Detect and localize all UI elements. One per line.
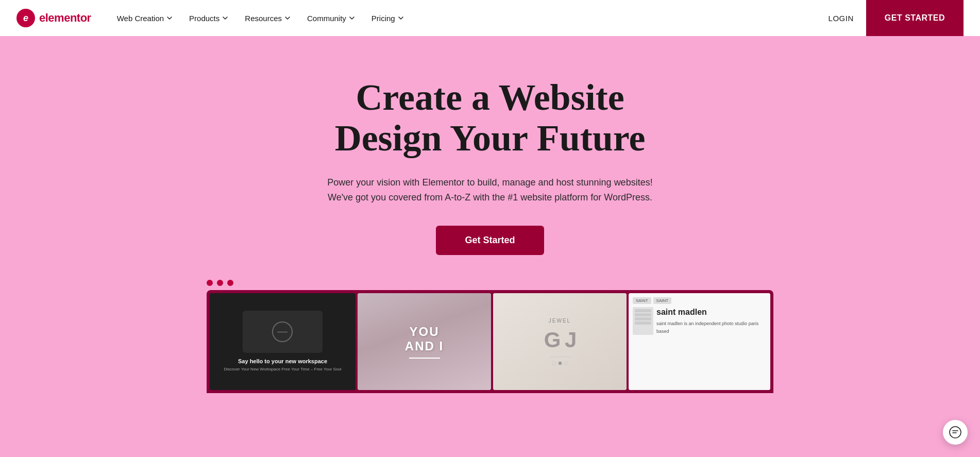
chevron-down-icon <box>349 15 355 21</box>
dot-1 <box>207 280 213 286</box>
card-fashion-text1: YOU <box>405 325 444 339</box>
chat-icon <box>949 426 961 438</box>
logo-icon: e <box>16 9 35 27</box>
card-fashion-text2: AND I <box>405 339 444 353</box>
chevron-down-icon <box>284 15 291 21</box>
chat-bubble-button[interactable] <box>943 420 968 445</box>
svg-point-0 <box>950 427 961 438</box>
nav-items: Web Creation Products Resources Communit… <box>110 10 816 27</box>
get-started-nav-button[interactable]: GET STARTED <box>866 0 964 36</box>
dot-3 <box>227 280 233 286</box>
navbar: e elementor Web Creation Products Resour… <box>0 0 980 36</box>
logo-text: elementor <box>39 11 91 25</box>
hero-cta-button[interactable]: Get Started <box>436 226 544 255</box>
nav-item-pricing[interactable]: Pricing <box>364 10 411 27</box>
browser-dots <box>207 280 773 290</box>
template-card-jewelry: JEWEL G J <box>493 293 627 390</box>
nav-item-community[interactable]: Community <box>300 10 362 27</box>
login-button[interactable]: LOGIN <box>816 9 866 28</box>
hero-section: Create a Website Design Your Future Powe… <box>0 36 980 457</box>
nav-item-resources[interactable]: Resources <box>238 10 298 27</box>
chevron-down-icon <box>222 15 228 21</box>
browser-frame: Say hello to your new workspace Discover… <box>207 290 773 393</box>
browser-mockup: Say hello to your new workspace Discover… <box>207 280 773 393</box>
card-workspace-title: Say hello to your new workspace <box>238 358 327 364</box>
logo-link[interactable]: e elementor <box>16 9 91 27</box>
card-jewelry-letters: G J <box>544 328 576 352</box>
card-workspace-sub: Discover Your New Workspace Free Your Ti… <box>224 366 342 372</box>
hero-title: Create a Website Design Your Future <box>335 77 646 159</box>
hero-subtitle: Power your vision with Elementor to buil… <box>327 175 652 205</box>
chevron-down-icon <box>398 15 404 21</box>
card-editor-brand: SAINT <box>653 297 672 304</box>
nav-item-web-creation[interactable]: Web Creation <box>110 10 180 27</box>
card-editor-content: saint madlen is an independent photo stu… <box>656 320 766 335</box>
chevron-down-icon <box>166 15 173 21</box>
dot-2 <box>217 280 223 286</box>
nav-item-products[interactable]: Products <box>182 10 235 27</box>
template-card-fashion: YOU AND I <box>358 293 491 390</box>
nav-right: LOGIN GET STARTED <box>816 0 964 36</box>
template-card-editor: SAINT SAINT saint madlen saint madlen i <box>629 293 770 390</box>
template-card-workspace: Say hello to your new workspace Discover… <box>210 293 356 390</box>
